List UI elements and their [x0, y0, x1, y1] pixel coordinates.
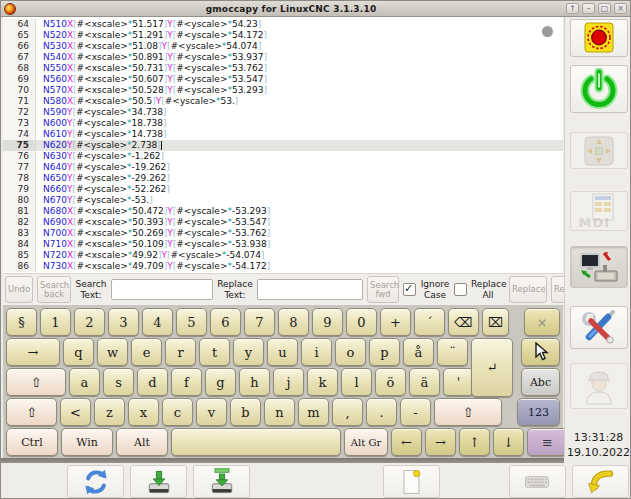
undo-button[interactable]: Undo — [5, 276, 33, 303]
key-d[interactable]: d — [137, 368, 168, 396]
menu-key[interactable]: ≡ — [527, 428, 568, 456]
code-line[interactable]: 70N570X[#<xscale>*50.528]Y[#<yscale>*53.… — [3, 85, 563, 96]
keyboard-toggle-button[interactable] — [509, 465, 566, 498]
search-back-button[interactable]: Search back — [37, 276, 71, 303]
ctrl-key[interactable]: Ctrl — [6, 428, 58, 456]
close-button[interactable]: × — [614, 3, 627, 14]
key-¨[interactable]: ¨ — [437, 338, 468, 366]
key-+[interactable]: + — [380, 308, 411, 336]
numeric-layout-key[interactable]: 123 — [517, 398, 560, 426]
win-key[interactable]: Win — [61, 428, 113, 456]
app-icon[interactable] — [4, 3, 16, 15]
close-keyboard-key[interactable]: × — [524, 308, 560, 336]
right-arrow-key[interactable]: → — [425, 428, 456, 456]
key-4[interactable]: 4 — [142, 308, 173, 336]
code-line[interactable]: 64N510X[#<xscale>*51.517]Y[#<yscale>*54.… — [3, 19, 563, 30]
key-5[interactable]: 5 — [176, 308, 207, 336]
code-line[interactable]: 73N600Y[#<yscale>*18.738] — [3, 118, 563, 129]
tab-key[interactable]: → — [6, 338, 60, 366]
code-line[interactable]: 80N670Y[#<yscale>*-53.] — [3, 195, 563, 206]
key-2[interactable]: 2 — [74, 308, 105, 336]
code-line[interactable]: 79N660Y[#<yscale>*-52.262] — [3, 184, 563, 195]
save-file-button[interactable] — [130, 465, 187, 498]
replace-input[interactable] — [257, 279, 363, 300]
scrollbar-thumb[interactable] — [542, 26, 553, 37]
key-w[interactable]: w — [97, 338, 128, 366]
new-file-button[interactable] — [383, 465, 440, 498]
gcode-editor[interactable]: 64N510X[#<xscale>*51.517]Y[#<yscale>*54.… — [3, 17, 563, 273]
replace-button[interactable]: Replace — [509, 276, 547, 303]
code-line[interactable]: 77N640Y[#<yscale>*-19.262] — [3, 162, 563, 173]
key-y[interactable]: y — [233, 338, 264, 366]
code-line[interactable]: 68N550X[#<xscale>*50.731]Y[#<yscale>*53.… — [3, 63, 563, 74]
key-1[interactable]: 1 — [40, 308, 71, 336]
key-ö[interactable]: ö — [375, 368, 406, 396]
altgr-key[interactable]: Alt Gr — [344, 428, 388, 456]
auto-mode-button[interactable] — [570, 246, 628, 288]
key-q[interactable]: q — [63, 338, 94, 366]
maximize-button[interactable]: □ — [598, 3, 611, 14]
code-line[interactable]: 65N520X[#<xscale>*51.291]Y[#<yscale>*54.… — [3, 30, 563, 41]
pointer-mode-key[interactable] — [521, 338, 560, 366]
key-7[interactable]: 7 — [244, 308, 275, 336]
key-,[interactable]: , — [332, 398, 363, 426]
key-a[interactable]: a — [69, 368, 100, 396]
code-line[interactable]: 67N540X[#<xscale>*50.891]Y[#<yscale>*53.… — [3, 52, 563, 63]
back-button[interactable] — [572, 465, 629, 498]
save-as-button[interactable] — [193, 465, 250, 498]
search-input[interactable] — [111, 279, 213, 300]
settings-button[interactable] — [570, 306, 628, 349]
stick-window-button[interactable]: ↑ — [566, 3, 579, 14]
shift-left-key[interactable]: ⇧ — [6, 398, 57, 426]
up-arrow-key[interactable]: ↑ — [459, 428, 490, 456]
key-´[interactable]: ´ — [414, 308, 445, 336]
key-h[interactable]: h — [239, 368, 270, 396]
key-f[interactable]: f — [171, 368, 202, 396]
shift-right-key[interactable]: ⇧ — [434, 398, 502, 426]
key-§[interactable]: § — [6, 308, 37, 336]
code-line[interactable]: 71N580X[#<xscale>*50.5]Y[#<yscale>*53.] — [3, 96, 563, 107]
left-arrow-key[interactable]: ← — [391, 428, 422, 456]
code-line[interactable]: 75N620Y[#<yscale>*2.738] — [3, 140, 563, 151]
key-o[interactable]: o — [335, 338, 366, 366]
key-å[interactable]: å — [403, 338, 434, 366]
code-line[interactable]: 78N650Y[#<yscale>*-29.262] — [3, 173, 563, 184]
key-m[interactable]: m — [298, 398, 329, 426]
alt-key[interactable]: Alt — [116, 428, 168, 456]
key-8[interactable]: 8 — [278, 308, 309, 336]
down-arrow-key[interactable]: ↓ — [493, 428, 524, 456]
code-line[interactable]: 84N710X[#<xscale>*50.109]Y[#<yscale>*-53… — [3, 239, 563, 250]
key--[interactable]: - — [400, 398, 431, 426]
code-line[interactable]: 82N690X[#<xscale>*50.393]Y[#<yscale>*-53… — [3, 217, 563, 228]
minimize-button[interactable]: – — [582, 3, 595, 14]
enter-key[interactable]: ↵ — [471, 338, 513, 397]
key-0[interactable]: 0 — [346, 308, 377, 336]
key-6[interactable]: 6 — [210, 308, 241, 336]
key-e[interactable]: e — [131, 338, 162, 366]
key-x[interactable]: x — [128, 398, 159, 426]
key-i[interactable]: i — [301, 338, 332, 366]
key-b[interactable]: b — [230, 398, 261, 426]
code-line[interactable]: 74N610Y[#<yscale>*14.738] — [3, 129, 563, 140]
code-line[interactable]: 85N720X[#<xscale>*49.92]Y[#<yscale>*-54.… — [3, 250, 563, 261]
code-line[interactable]: 81N680X[#<xscale>*50.472]Y[#<yscale>*-53… — [3, 206, 563, 217]
code-line[interactable]: 66N530X[#<xscale>*51.08]Y[#<yscale>*54.0… — [3, 41, 563, 52]
delete-key[interactable]: ⌧ — [482, 308, 509, 336]
estop-button[interactable] — [570, 19, 628, 57]
key-c[interactable]: c — [162, 398, 193, 426]
key-'[interactable]: ' — [443, 368, 474, 396]
key-z[interactable]: z — [94, 398, 125, 426]
mdi-mode-button[interactable]: MDI — [570, 191, 628, 231]
manual-mode-button[interactable] — [570, 132, 628, 169]
key-.[interactable]: . — [366, 398, 397, 426]
backspace-key[interactable]: ⌫ — [448, 308, 479, 336]
user-button[interactable] — [570, 363, 628, 409]
key-t[interactable]: t — [199, 338, 230, 366]
code-line[interactable]: 76N630Y[#<yscale>*-1.262] — [3, 151, 563, 162]
replace-all-checkbox[interactable] — [454, 283, 467, 296]
code-line[interactable]: 83N700X[#<xscale>*50.269]Y[#<yscale>*-53… — [3, 228, 563, 239]
reload-file-button[interactable] — [67, 465, 124, 498]
key-n[interactable]: n — [264, 398, 295, 426]
ignore-case-checkbox[interactable] — [403, 283, 416, 296]
caps-shift-key[interactable]: ⇧ — [6, 368, 66, 396]
